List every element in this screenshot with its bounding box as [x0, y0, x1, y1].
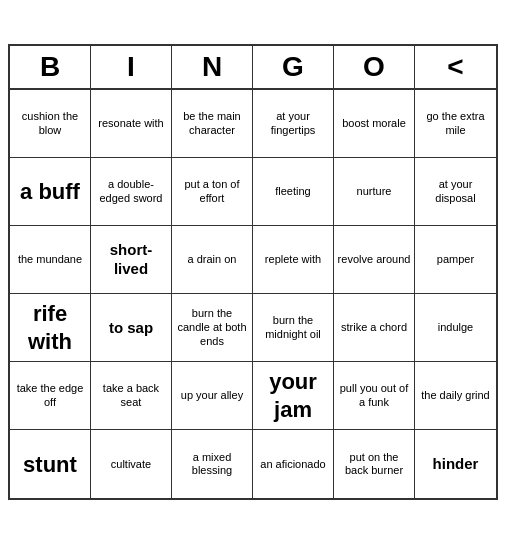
bingo-cell-22[interactable]: strike a chord	[334, 294, 415, 362]
bingo-cell-35[interactable]: hinder	[415, 430, 496, 498]
bingo-cell-10[interactable]: nurture	[334, 158, 415, 226]
bingo-cell-25[interactable]: take a back seat	[91, 362, 172, 430]
bingo-cell-9[interactable]: fleeting	[253, 158, 334, 226]
bingo-cell-29[interactable]: the daily grind	[415, 362, 496, 430]
bingo-cell-15[interactable]: replete with	[253, 226, 334, 294]
bingo-cell-1[interactable]: resonate with	[91, 90, 172, 158]
bingo-cell-5[interactable]: go the extra mile	[415, 90, 496, 158]
bingo-cell-32[interactable]: a mixed blessing	[172, 430, 253, 498]
header-letter-N: N	[172, 46, 253, 89]
bingo-cell-17[interactable]: pamper	[415, 226, 496, 294]
bingo-cell-26[interactable]: up your alley	[172, 362, 253, 430]
bingo-cell-27[interactable]: your jam	[253, 362, 334, 430]
bingo-cell-7[interactable]: a double-edged sword	[91, 158, 172, 226]
bingo-cell-23[interactable]: indulge	[415, 294, 496, 362]
bingo-cell-14[interactable]: a drain on	[172, 226, 253, 294]
bingo-cell-21[interactable]: burn the midnight oil	[253, 294, 334, 362]
header-letter-O: O	[334, 46, 415, 89]
bingo-cell-20[interactable]: burn the candle at both ends	[172, 294, 253, 362]
bingo-cell-31[interactable]: cultivate	[91, 430, 172, 498]
bingo-cell-34[interactable]: put on the back burner	[334, 430, 415, 498]
bingo-cell-3[interactable]: at your fingertips	[253, 90, 334, 158]
bingo-grid: cushion the blowresonate withbe the main…	[10, 90, 496, 498]
header-letter-B: B	[10, 46, 91, 89]
bingo-cell-11[interactable]: at your disposal	[415, 158, 496, 226]
bingo-cell-2[interactable]: be the main character	[172, 90, 253, 158]
bingo-cell-33[interactable]: an aficionado	[253, 430, 334, 498]
bingo-cell-6[interactable]: a buff	[10, 158, 91, 226]
bingo-cell-0[interactable]: cushion the blow	[10, 90, 91, 158]
bingo-cell-13[interactable]: short-lived	[91, 226, 172, 294]
bingo-cell-18[interactable]: rife with	[10, 294, 91, 362]
header-letter-I: I	[91, 46, 172, 89]
bingo-cell-16[interactable]: revolve around	[334, 226, 415, 294]
bingo-cell-19[interactable]: to sap	[91, 294, 172, 362]
bingo-card: BINGO< cushion the blowresonate withbe t…	[8, 44, 498, 501]
header-letter-<: <	[415, 46, 496, 89]
bingo-cell-12[interactable]: the mundane	[10, 226, 91, 294]
header-letter-G: G	[253, 46, 334, 89]
bingo-cell-28[interactable]: pull you out of a funk	[334, 362, 415, 430]
bingo-cell-30[interactable]: stunt	[10, 430, 91, 498]
bingo-cell-4[interactable]: boost morale	[334, 90, 415, 158]
bingo-header: BINGO<	[10, 46, 496, 91]
bingo-cell-8[interactable]: put a ton of effort	[172, 158, 253, 226]
bingo-cell-24[interactable]: take the edge off	[10, 362, 91, 430]
